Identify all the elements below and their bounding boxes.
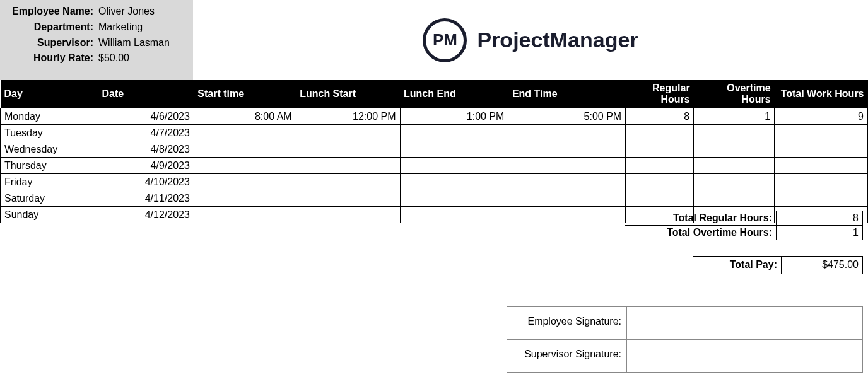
cell-regular (626, 158, 694, 174)
total-pay-section: Total Pay: $475.00 (693, 256, 863, 274)
hourly-rate-label: Hourly Rate: (3, 52, 97, 65)
logo-section: PM ProjectManager (193, 0, 868, 80)
cell-day: Wednesday (1, 141, 98, 158)
cell-day: Thursday (1, 158, 98, 174)
cell-lunch_end (400, 158, 508, 174)
header-overtime: Overtime Hours (694, 80, 775, 108)
cell-start (194, 190, 296, 207)
cell-overtime (694, 190, 775, 207)
cell-end (508, 125, 626, 141)
employee-signature-label: Employee Signature: (507, 307, 627, 339)
cell-overtime: 1 (694, 108, 775, 125)
cell-regular (626, 141, 694, 158)
cell-end (508, 141, 626, 158)
cell-lunch_start (296, 190, 400, 207)
table-row: Wednesday4/8/2023 (1, 141, 868, 158)
cell-end (508, 174, 626, 190)
header-start: Start time (194, 80, 296, 108)
cell-total (775, 174, 868, 190)
header-total: Total Work Hours (775, 80, 868, 108)
signature-section: Employee Signature: Supervisor Signature… (507, 307, 863, 373)
cell-overtime (694, 141, 775, 158)
cell-total (775, 158, 868, 174)
hourly-rate-value: $50.00 (97, 52, 129, 65)
cell-start (194, 158, 296, 174)
cell-start: 8:00 AM (194, 108, 296, 125)
cell-day: Sunday (1, 207, 98, 223)
header-regular: Regular Hours (626, 80, 694, 108)
table-row: Thursday4/9/2023 (1, 158, 868, 174)
cell-day: Tuesday (1, 125, 98, 141)
cell-day: Monday (1, 108, 98, 125)
cell-total (775, 190, 868, 207)
supervisor-signature-label: Supervisor Signature: (507, 340, 627, 372)
supervisor-value: William Lasman (97, 37, 170, 50)
cell-start (194, 174, 296, 190)
header-day: Day (1, 80, 98, 108)
total-overtime-value: 1 (777, 226, 862, 240)
total-pay-label: Total Pay: (693, 257, 782, 274)
cell-lunch_end (400, 190, 508, 207)
cell-lunch_end (400, 207, 508, 223)
employee-info-panel: Employee Name: Oliver Jones Department: … (0, 0, 193, 80)
cell-total: 9 (775, 108, 868, 125)
table-row: Saturday4/11/2023 (1, 190, 868, 207)
total-regular-label: Total Regular Hours: (625, 211, 777, 225)
cell-lunch_end: 1:00 PM (400, 108, 508, 125)
cell-total (775, 125, 868, 141)
cell-lunch_end (400, 141, 508, 158)
cell-end (508, 207, 626, 223)
total-overtime-label: Total Overtime Hours: (625, 226, 777, 240)
logo-text: ProjectManager (477, 28, 638, 52)
cell-date: 4/6/2023 (98, 108, 194, 125)
cell-overtime (694, 174, 775, 190)
table-row: Tuesday4/7/2023 (1, 125, 868, 141)
table-row: Friday4/10/2023 (1, 174, 868, 190)
cell-regular (626, 174, 694, 190)
cell-lunch_start (296, 125, 400, 141)
cell-lunch_start (296, 158, 400, 174)
total-regular-value: 8 (777, 211, 862, 225)
cell-lunch_end (400, 174, 508, 190)
cell-day: Friday (1, 174, 98, 190)
header-lunch-start: Lunch Start (296, 80, 400, 108)
cell-end (508, 158, 626, 174)
cell-regular (626, 125, 694, 141)
total-pay-value: $475.00 (782, 257, 862, 274)
department-label: Department: (3, 21, 97, 34)
cell-overtime (694, 158, 775, 174)
cell-total (775, 141, 868, 158)
cell-end (508, 190, 626, 207)
supervisor-signature-field (627, 340, 862, 372)
cell-end: 5:00 PM (508, 108, 626, 125)
cell-overtime (694, 125, 775, 141)
supervisor-label: Supervisor: (3, 37, 97, 50)
logo-icon: PM (423, 18, 467, 62)
cell-lunch_start (296, 207, 400, 223)
cell-start (194, 141, 296, 158)
cell-date: 4/12/2023 (98, 207, 194, 223)
cell-start (194, 125, 296, 141)
cell-lunch_start: 12:00 PM (296, 108, 400, 125)
table-header-row: Day Date Start time Lunch Start Lunch En… (1, 80, 868, 108)
cell-lunch_start (296, 174, 400, 190)
timesheet-table: Day Date Start time Lunch Start Lunch En… (0, 80, 868, 223)
header-date: Date (98, 80, 194, 108)
employee-signature-field (627, 307, 862, 339)
cell-date: 4/7/2023 (98, 125, 194, 141)
employee-name-value: Oliver Jones (97, 5, 155, 18)
cell-date: 4/10/2023 (98, 174, 194, 190)
employee-name-label: Employee Name: (3, 5, 97, 18)
table-row: Monday4/6/20238:00 AM12:00 PM1:00 PM5:00… (1, 108, 868, 125)
cell-regular: 8 (626, 108, 694, 125)
totals-section: Total Regular Hours: 8 Total Overtime Ho… (625, 211, 863, 240)
cell-lunch_start (296, 141, 400, 158)
department-value: Marketing (97, 21, 143, 34)
cell-date: 4/8/2023 (98, 141, 194, 158)
header-lunch-end: Lunch End (400, 80, 508, 108)
cell-date: 4/9/2023 (98, 158, 194, 174)
cell-regular (626, 190, 694, 207)
cell-start (194, 207, 296, 223)
cell-day: Saturday (1, 190, 98, 207)
header-end: End Time (508, 80, 626, 108)
